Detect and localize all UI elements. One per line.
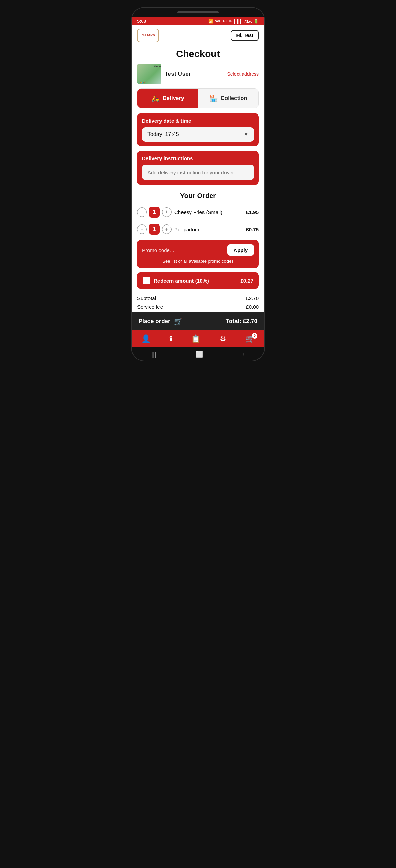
user-name: Test User: [165, 70, 191, 77]
collection-tab[interactable]: 🏪 Collection: [198, 89, 258, 108]
status-bar: 5:03 📶 VoLTE LTE ▌▌▌ 71% 🔋: [132, 17, 264, 25]
collection-label: Collection: [221, 95, 247, 101]
see-promo-codes-link[interactable]: See list of all available promo codes: [142, 259, 254, 264]
decrease-qty-2[interactable]: −: [137, 224, 147, 234]
map-dashed-line: [139, 74, 160, 74]
map-country-label: Nigeria: [154, 65, 161, 67]
bottom-bar[interactable]: Place order 🛒 Total: £2.70: [132, 312, 264, 330]
wifi-icon: 📶: [208, 19, 213, 24]
delivery-time-value: Today: 17:45: [147, 131, 179, 138]
increase-qty-2[interactable]: +: [162, 224, 172, 234]
notch: [177, 11, 219, 13]
total-label: Total: £2.70: [226, 318, 257, 325]
promo-top: Promo code... Apply: [142, 244, 254, 256]
nav-item-menu[interactable]: 📋: [191, 334, 200, 343]
map-inner: Nigeria Google: [137, 64, 161, 84]
home-button[interactable]: ⬜: [196, 350, 203, 358]
info-icon: ℹ: [169, 334, 172, 343]
delivery-date-section: Delivery date & time Today: 17:45 ▼: [137, 113, 259, 146]
address-section: Nigeria Google Test User Select address: [132, 64, 264, 88]
redeem-checkbox[interactable]: [143, 277, 150, 284]
sultan-logo: SULTAN'S: [137, 29, 159, 42]
hi-button[interactable]: Hi, Test: [231, 30, 259, 41]
cart-badge: 2: [252, 333, 257, 339]
redeem-section: Redeem amount (10%) £0.27: [137, 272, 259, 289]
system-nav: ||| ⬜ ‹: [132, 347, 264, 361]
map-google-logo: Google: [138, 81, 145, 84]
subtotal-row: Subtotal £2.70: [137, 294, 259, 303]
service-fee-value: £0.00: [246, 304, 259, 310]
service-fee-row: Service fee £0.00: [137, 303, 259, 311]
place-order-section[interactable]: Place order 🛒: [139, 317, 183, 326]
delivery-instructions-input[interactable]: [142, 165, 254, 180]
apply-button[interactable]: Apply: [227, 244, 254, 256]
service-fee-label: Service fee: [137, 304, 163, 310]
app-header: SULTAN'S Hi, Test: [132, 25, 264, 46]
redeem-label: Redeem amount (10%): [154, 278, 237, 284]
your-order-title: Your Order: [132, 189, 264, 205]
status-right: 📶 VoLTE LTE ▌▌▌ 71% 🔋: [208, 19, 259, 24]
subtotal-value: £2.70: [246, 295, 259, 301]
signal-bars: ▌▌▌: [234, 19, 243, 24]
nav-item-info[interactable]: ℹ: [169, 334, 172, 343]
battery-icon: 🔋: [254, 19, 259, 24]
promo-code-placeholder[interactable]: Promo code...: [142, 247, 174, 253]
delivery-tab[interactable]: 🛵 Delivery: [138, 89, 198, 108]
delivery-label: Delivery: [163, 95, 184, 101]
item-price-1: £1.95: [246, 209, 259, 215]
collection-icon: 🏪: [209, 94, 218, 102]
order-item-1: − 1 + Cheesy Fries (Small) £1.95: [132, 205, 264, 220]
lte-label: VoLTE LTE: [215, 19, 232, 23]
order-item-2: − 1 + Poppadum £0.75: [132, 222, 264, 237]
dropdown-arrow-icon: ▼: [244, 132, 249, 137]
nav-item-cart[interactable]: 🛒 2: [245, 334, 255, 343]
delivery-instructions-section: Delivery instructions: [137, 151, 259, 185]
profile-icon: 👤: [141, 334, 151, 343]
nav-item-profile[interactable]: 👤: [141, 334, 151, 343]
recents-button[interactable]: |||: [151, 351, 156, 358]
status-time: 5:03: [137, 19, 146, 24]
delivery-collection-toggle: 🛵 Delivery 🏪 Collection: [137, 88, 259, 108]
nav-item-settings[interactable]: ⚙: [220, 334, 227, 343]
qty-control-1: − 1 +: [137, 207, 172, 218]
address-left: Nigeria Google Test User: [137, 64, 191, 84]
settings-icon: ⚙: [220, 334, 227, 343]
increase-qty-1[interactable]: +: [162, 207, 172, 217]
bottom-nav: 👤 ℹ 📋 ⚙ 🛒 2: [132, 330, 264, 347]
delivery-time-dropdown[interactable]: Today: 17:45 ▼: [142, 127, 254, 142]
qty-control-2: − 1 +: [137, 224, 172, 235]
qty-num-1: 1: [149, 207, 160, 218]
qty-num-2: 1: [149, 224, 160, 235]
delivery-date-label: Delivery date & time: [142, 118, 254, 124]
item-name-2: Poppadum: [174, 227, 243, 232]
redeem-amount: £0.27: [240, 278, 253, 284]
place-order-label: Place order: [139, 318, 170, 325]
menu-icon: 📋: [191, 334, 200, 343]
back-button[interactable]: ‹: [243, 351, 245, 358]
battery-level: 71%: [244, 19, 252, 24]
page-title: Checkout: [132, 46, 264, 64]
item-price-2: £0.75: [246, 227, 259, 232]
decrease-qty-1[interactable]: −: [137, 207, 147, 217]
select-address-link[interactable]: Select address: [227, 71, 259, 77]
basket-icon: 🛒: [174, 317, 183, 326]
item-name-1: Cheesy Fries (Small): [174, 209, 243, 215]
subtotal-label: Subtotal: [137, 295, 156, 301]
main-content: SULTAN'S Hi, Test Checkout Nigeria Googl…: [132, 25, 264, 312]
delivery-instructions-label: Delivery instructions: [142, 155, 254, 161]
map-thumbnail: Nigeria Google: [137, 64, 161, 84]
notch-bar: [132, 8, 264, 17]
promo-code-section: Promo code... Apply See list of all avai…: [137, 240, 259, 268]
phone-frame: 5:03 📶 VoLTE LTE ▌▌▌ 71% 🔋 SULTAN'S Hi, …: [131, 7, 265, 361]
order-summary: Subtotal £2.70 Service fee £0.00: [132, 294, 264, 312]
delivery-icon: 🛵: [151, 94, 160, 102]
